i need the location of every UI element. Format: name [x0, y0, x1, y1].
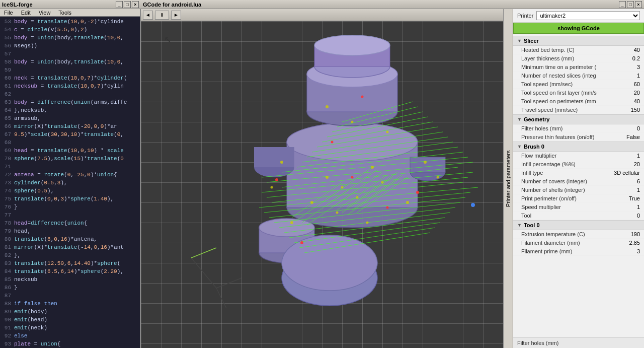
code-line: 70sphere(7.5),scale(15)*translate(0 — [0, 155, 140, 163]
line-code: cylinder(0.5,3), — [14, 179, 67, 187]
prop-name: Tool speed (mm/sec) — [521, 81, 573, 87]
svg-point-78 — [386, 206, 389, 209]
line-number: 85 — [0, 275, 14, 284]
line-code: body = union(body,translate(10,0, — [14, 34, 124, 42]
minimize-btn[interactable]: _ — [116, 1, 123, 8]
right-window-title: GCode for android.lua — [143, 2, 201, 8]
line-code: }, — [14, 251, 21, 259]
line-number: 64 — [0, 106, 14, 114]
prop-name: Filament prime (mm) — [521, 248, 572, 254]
section-title: Slicer — [524, 38, 539, 44]
vertical-tab[interactable]: Printer and parameters — [503, 9, 513, 348]
svg-point-69 — [280, 161, 283, 164]
line-number: 57 — [0, 50, 14, 58]
prop-row: Preserve thin features (on/off)False — [513, 133, 644, 142]
viewport-canvas[interactable]: ↖ — [141, 21, 512, 348]
menu-edit[interactable]: Edit — [17, 9, 35, 16]
prop-value: 3D cellular — [614, 170, 640, 176]
svg-point-70 — [351, 121, 354, 123]
r-close-btn[interactable]: × — [635, 1, 642, 8]
prop-name: Print perimeter (on/off) — [521, 195, 577, 201]
svg-line-82 — [191, 258, 216, 288]
maximize-btn[interactable]: □ — [124, 1, 131, 8]
blue-dot — [471, 203, 475, 207]
code-line: 81mirror(X)*translate(-14,0,16)*ant — [0, 243, 140, 251]
code-line: 91 emit(neck) — [0, 324, 140, 332]
svg-point-65 — [290, 221, 293, 224]
prop-name: Number of covers (integer) — [521, 178, 587, 184]
svg-point-79 — [300, 241, 303, 244]
code-line: 85necksub — [0, 275, 140, 284]
section-arrow: ▼ — [517, 117, 522, 122]
arrow-right-btn[interactable]: ► — [171, 11, 181, 20]
line-code: if false then — [14, 300, 57, 308]
line-number: 58 — [0, 58, 14, 66]
section-header-geometry[interactable]: ▼Geometry — [513, 114, 644, 124]
code-line: 76} — [0, 203, 140, 211]
prop-row: Print perimeter (on/off)True — [513, 194, 644, 203]
code-line: 64 },necksub, — [0, 106, 140, 114]
prop-row: Tool speed on first layer (mm/s20 — [513, 89, 644, 97]
line-code: body = difference(union(arms,diffe — [14, 98, 127, 106]
prop-value: 60 — [634, 81, 640, 87]
section-header-slicer[interactable]: ▼Slicer — [513, 36, 644, 46]
section-header-brush-0[interactable]: ▼Brush 0 — [513, 142, 644, 152]
line-number: 62 — [0, 90, 14, 98]
prop-value: 0.2 — [632, 55, 640, 61]
line-code: },necksub, — [14, 106, 47, 114]
code-line: 86} — [0, 284, 140, 292]
line-code: else — [14, 332, 27, 340]
prop-value: False — [626, 134, 640, 140]
prop-row: Minimum time on a perimeter (3 — [513, 63, 644, 72]
code-line: 71 — [0, 163, 140, 171]
pause-btn[interactable]: ⏸ — [155, 11, 169, 20]
printer-select[interactable]: ultimaker2 — [536, 11, 640, 20]
prop-name: Filter holes (mm) — [521, 125, 563, 131]
close-btn[interactable]: × — [132, 1, 139, 8]
svg-point-67 — [336, 212, 339, 214]
line-number: 63 — [0, 98, 14, 106]
r-minimize-btn[interactable]: _ — [619, 1, 626, 8]
arrow-left-btn[interactable]: ◄ — [143, 11, 153, 20]
section-header-tool-0[interactable]: ▼Tool 0 — [513, 220, 644, 230]
3d-model-svg — [181, 31, 503, 323]
line-code: plate = union{ — [14, 340, 60, 348]
printer-label: Printer — [517, 13, 533, 19]
menu-tools[interactable]: Tools — [54, 9, 75, 16]
line-number: 66 — [0, 122, 14, 130]
prop-row: Tool speed (mm/sec)60 — [513, 80, 644, 89]
prop-value: 1 — [637, 73, 640, 79]
r-maximize-btn[interactable]: □ — [627, 1, 634, 8]
line-code: Nsegs)) — [14, 42, 37, 50]
code-line: 56 Nsegs)) — [0, 42, 140, 50]
prop-value: True — [629, 195, 640, 201]
right-title-bar: GCode for android.lua _ □ × — [141, 0, 644, 9]
svg-point-61 — [381, 181, 384, 184]
svg-point-72 — [386, 131, 389, 133]
line-number: 56 — [0, 42, 14, 50]
line-number: 53 — [0, 18, 14, 26]
line-number: 67 — [0, 130, 14, 138]
prop-name: Tool speed on first layer (mm/s — [521, 90, 597, 96]
line-code: sphere(0.5), — [14, 187, 54, 195]
section-arrow: ▼ — [517, 223, 522, 228]
menu-view[interactable]: View — [35, 9, 55, 16]
line-code: translate(12.50,6,14.40)*sphere( — [14, 259, 120, 267]
prop-value: 1 — [637, 153, 640, 159]
printer-row: Printer ultimaker2 — [513, 9, 644, 23]
prop-name: Minimum time on a perimeter ( — [521, 64, 596, 70]
prop-name: Tool — [521, 213, 531, 219]
code-line: 80translate(6,0,16)*antena, — [0, 235, 140, 243]
line-number: 70 — [0, 155, 14, 163]
menu-file[interactable]: File — [0, 9, 17, 16]
line-code: neck = translate(10,0,7)*cylinder( — [14, 74, 127, 82]
prop-row: Filament diameter (mm)2.85 — [513, 239, 644, 247]
svg-point-58 — [326, 176, 329, 179]
section-title: Tool 0 — [524, 222, 540, 228]
svg-point-60 — [341, 186, 344, 189]
gcode-button[interactable]: showing GCode — [513, 23, 644, 34]
line-number: 93 — [0, 340, 14, 348]
properties-panel: Printer and parameters Printer ultimaker… — [513, 9, 644, 348]
svg-line-84 — [216, 288, 226, 308]
prop-value: 6 — [637, 178, 640, 184]
